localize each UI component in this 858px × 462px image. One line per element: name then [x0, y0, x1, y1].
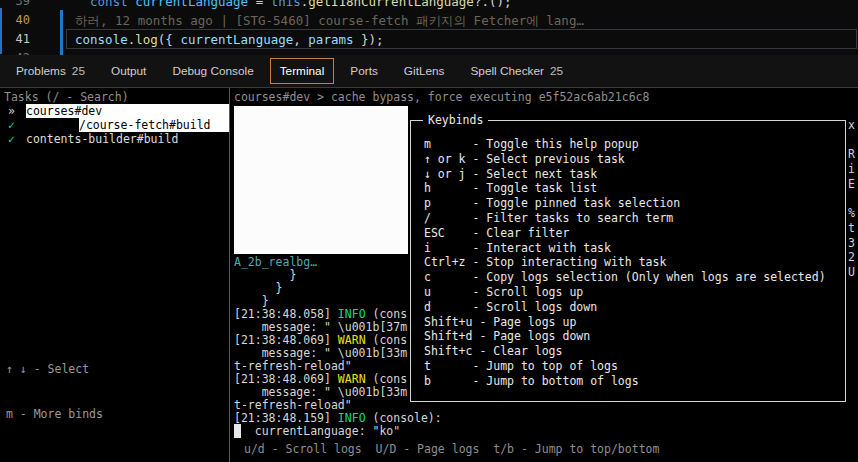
- hint-more-binds: m - More binds: [6, 407, 103, 422]
- clipped-char: [848, 133, 856, 148]
- line-number[interactable]: 39: [0, 0, 30, 11]
- editor[interactable]: 39404142 const currentLanguage = this.ge…: [0, 0, 858, 55]
- keybind-row: Ctrl+z - Stop interacting with task: [424, 255, 839, 270]
- task-label: courses#dev: [26, 104, 229, 118]
- task-rows: »courses#dev✓/course-fetch#build✓content…: [0, 104, 229, 146]
- keybinds-popup: Keybinds m - Toggle this help popup↑ or …: [410, 120, 846, 402]
- keybind-row: Shift+d - Page logs down: [424, 329, 839, 344]
- task-item[interactable]: ✓contents-builder#build: [0, 132, 229, 146]
- tab-label: Ports: [350, 64, 378, 78]
- task-item[interactable]: ✓/course-fetch#build: [0, 118, 229, 132]
- code-line: 하러, 12 months ago | [STG-5460] course-fe…: [68, 11, 858, 30]
- tab-output[interactable]: Output: [101, 58, 156, 84]
- tab-label: Spell Checker: [470, 64, 543, 78]
- code-line: console.log({ currentLanguage, params })…: [68, 30, 858, 49]
- keybind-row: h - Toggle task list: [424, 181, 839, 196]
- edge-chars: xRiE%t32U: [848, 118, 856, 280]
- keybind-row: / - Filter tasks to search term: [424, 211, 839, 226]
- panel-tabbar: Problems25OutputDebug ConsoleTerminalPor…: [0, 55, 858, 88]
- keybind-row: b - Jump to bottom of logs: [424, 374, 839, 389]
- tab-spell-checker[interactable]: Spell Checker25: [460, 58, 573, 84]
- keybind-row: Shift+u - Page logs up: [424, 315, 839, 330]
- tab-label: Output: [111, 64, 146, 78]
- git-modified-indicator: [60, 10, 63, 55]
- keybind-row: p - Toggle pinned task selection: [424, 196, 839, 211]
- tab-badge: 25: [550, 64, 563, 78]
- tab-label: Problems: [16, 64, 66, 78]
- clipped-char: 2: [848, 250, 856, 265]
- tab-terminal[interactable]: Terminal: [270, 58, 335, 84]
- keybind-row: c - Copy logs selection (Only when logs …: [424, 270, 839, 285]
- keybind-row: m - Toggle this help popup: [424, 137, 839, 152]
- clipped-char: R: [848, 147, 856, 162]
- tab-debug-console[interactable]: Debug Console: [162, 58, 263, 84]
- clipped-char: E: [848, 177, 856, 192]
- keybind-rows: m - Toggle this help popup↑ or k - Selec…: [424, 137, 839, 389]
- keybind-row: i - Interact with task: [424, 241, 839, 256]
- keybind-row: ↓ or j - Select next task: [424, 167, 839, 182]
- check-icon: ✓: [8, 118, 22, 132]
- tab-problems[interactable]: Problems25: [6, 58, 95, 84]
- clipped-char: x: [848, 118, 856, 133]
- tab-badge: 25: [72, 64, 85, 78]
- log-status-bar: u/d - Scroll logs U/D - Page logs t/b - …: [244, 442, 659, 456]
- task-keybind-hints: ↑ ↓ - Select m - More binds: [6, 332, 103, 452]
- tab-label: GitLens: [404, 64, 445, 78]
- editor-code: const currentLanguage = this.getI18nCurr…: [68, 0, 858, 55]
- clipped-char: t: [848, 221, 856, 236]
- log-line: currentLanguage: "ko": [234, 425, 858, 438]
- check-icon: ✓: [8, 132, 22, 146]
- task-list-pane[interactable]: Tasks (/ - Search) »courses#dev✓/course-…: [0, 88, 230, 462]
- log-pane-header: courses#dev > cache bypass, force execut…: [234, 90, 858, 104]
- task-list-header: Tasks (/ - Search): [0, 88, 229, 104]
- keybind-row: ↑ or k - Select previous task: [424, 152, 839, 167]
- keybind-row: d - Scroll logs down: [424, 300, 839, 315]
- clipped-char: %: [848, 206, 856, 221]
- inline-image-preview: [234, 106, 408, 254]
- code-line: const currentLanguage = this.getI18nCurr…: [68, 0, 858, 11]
- hint-select: ↑ ↓ - Select: [6, 362, 103, 377]
- editor-gutter: 39404142: [0, 0, 66, 55]
- keybinds-popup-title: Keybinds: [423, 113, 488, 127]
- selected-arrow-icon: »: [8, 104, 22, 118]
- task-label: /course-fetch#build: [79, 118, 229, 132]
- keybind-row: t - Jump to top of logs: [424, 359, 839, 374]
- keybind-row: Shift+c - Clear logs: [424, 344, 839, 359]
- clipped-char: [848, 191, 856, 206]
- clipped-char: 3: [848, 236, 856, 251]
- vscode-window: 39404142 const currentLanguage = this.ge…: [0, 0, 858, 462]
- tab-label: Debug Console: [172, 64, 253, 78]
- task-item[interactable]: »courses#dev: [0, 104, 229, 118]
- keybind-row: ESC - Clear filter: [424, 226, 839, 241]
- terminal-panel[interactable]: Tasks (/ - Search) »courses#dev✓/course-…: [0, 88, 858, 462]
- clipped-char: i: [848, 162, 856, 177]
- keybind-row: u - Scroll logs up: [424, 285, 839, 300]
- task-label: contents-builder#build: [26, 132, 178, 146]
- line-number[interactable]: 40: [0, 11, 30, 30]
- tab-gitlens[interactable]: GitLens: [394, 58, 455, 84]
- line-number[interactable]: 41: [0, 30, 30, 49]
- tab-ports[interactable]: Ports: [340, 58, 388, 84]
- tab-label: Terminal: [280, 64, 325, 78]
- clipped-char: U: [848, 265, 856, 280]
